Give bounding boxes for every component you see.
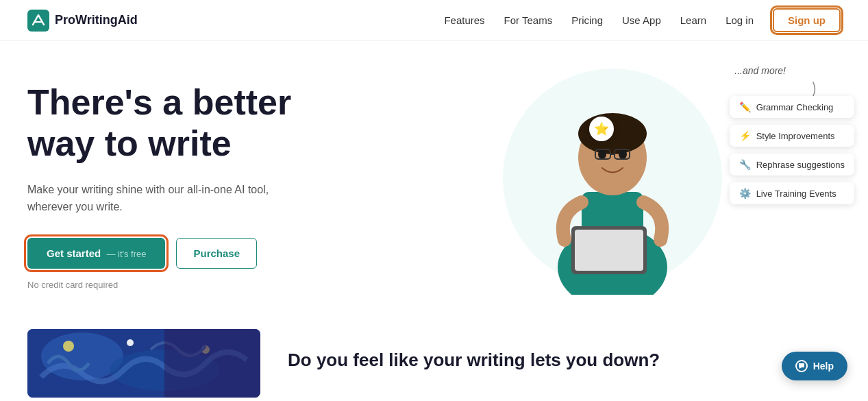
nav-use-app[interactable]: Use App	[622, 14, 661, 26]
free-label: — it's free	[106, 249, 146, 259]
style-label: Style Improvements	[756, 131, 835, 141]
hero-subtitle: Make your writing shine with our all-in-…	[27, 181, 288, 216]
hero-section: There's a better way to write Make your …	[0, 41, 868, 315]
svg-point-15	[63, 341, 74, 352]
svg-point-16	[127, 339, 134, 346]
chat-icon	[795, 360, 808, 372]
bottom-image	[27, 329, 260, 398]
person-svg	[530, 75, 695, 295]
help-button[interactable]: Help	[782, 352, 847, 380]
nav-login[interactable]: Log in	[726, 14, 754, 26]
style-icon: ⚡	[739, 130, 751, 141]
feature-pill-rephrase: 🔧 Rephrase suggestions	[730, 154, 854, 175]
nav-for-teams[interactable]: For Teams	[504, 14, 553, 26]
hero-left: There's a better way to write Make your …	[27, 75, 384, 290]
svg-rect-0	[27, 10, 49, 32]
training-icon: ⚙️	[739, 188, 751, 199]
rephrase-icon: 🔧	[739, 159, 751, 170]
hero-buttons: Get started — it's free Purchase	[27, 238, 384, 269]
nav-learn[interactable]: Learn	[680, 14, 706, 26]
logo-icon	[27, 10, 49, 32]
navbar: ProWritingAid Features For Teams Pricing…	[0, 0, 868, 41]
bottom-right: Do you feel like your writing lets you d…	[288, 329, 841, 371]
no-credit-text: No credit card required	[27, 280, 384, 290]
grammar-label: Grammar Checking	[756, 102, 834, 112]
star-badge: ⭐	[589, 117, 614, 141]
signup-button[interactable]: Sign up	[773, 8, 841, 32]
svg-rect-18	[164, 329, 260, 398]
rephrase-label: Rephrase suggestions	[756, 160, 845, 170]
purchase-button[interactable]: Purchase	[176, 238, 257, 269]
get-started-button[interactable]: Get started — it's free	[27, 238, 165, 269]
nav-links: Features For Teams Pricing Use App Learn…	[444, 8, 841, 32]
feature-pill-style: ⚡ Style Improvements	[730, 125, 854, 147]
bottom-question: Do you feel like your writing lets you d…	[288, 350, 841, 371]
training-label: Live Training Events	[756, 189, 836, 199]
feature-pill-grammar: ✏️ Grammar Checking	[730, 96, 854, 118]
feature-pills: ✏️ Grammar Checking ⚡ Style Improvements…	[730, 96, 854, 204]
grammar-icon: ✏️	[739, 101, 751, 112]
nav-pricing[interactable]: Pricing	[571, 14, 603, 26]
logo-text: ProWritingAid	[55, 13, 138, 27]
hero-right: ...and more! ⭐	[384, 75, 841, 295]
bottom-section: Do you feel like your writing lets you d…	[0, 315, 868, 398]
person-figure	[523, 62, 702, 295]
svg-point-6	[619, 149, 627, 159]
svg-point-5	[598, 149, 606, 159]
nav-features[interactable]: Features	[444, 14, 484, 26]
hero-title: There's a better way to write	[27, 82, 384, 165]
and-more-text: ...and more!	[734, 65, 786, 76]
starry-night-svg	[27, 329, 260, 398]
logo[interactable]: ProWritingAid	[27, 10, 138, 32]
help-label: Help	[813, 361, 834, 372]
feature-pill-training: ⚙️ Live Training Events	[730, 182, 854, 204]
svg-rect-11	[575, 230, 643, 271]
